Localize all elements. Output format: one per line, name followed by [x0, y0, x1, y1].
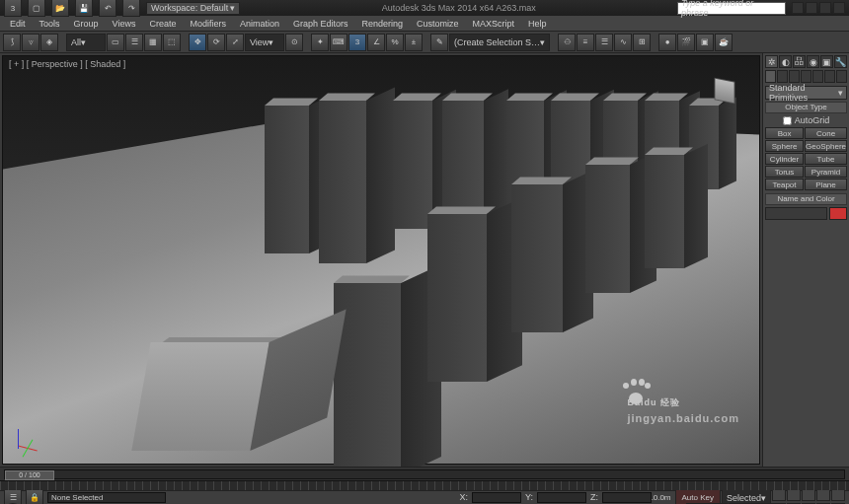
time-slider-bar[interactable]: 0 / 100	[0, 467, 849, 480]
x-spinner[interactable]	[472, 492, 521, 503]
curve-editor-icon[interactable]: ∿	[614, 34, 632, 51]
spinner-snap-icon[interactable]: ±	[405, 34, 423, 51]
close-icon[interactable]	[833, 2, 845, 14]
category-dropdown[interactable]: Standard Primitives▾	[765, 86, 847, 100]
select-rotate-icon[interactable]: ⟳	[207, 34, 225, 51]
align-icon[interactable]: ≡	[577, 34, 594, 51]
select-region-icon[interactable]: ▦	[144, 34, 162, 51]
object-name-input[interactable]	[765, 207, 827, 220]
btn-tube[interactable]: Tube	[805, 153, 847, 165]
window-crossing-icon[interactable]: ⬚	[163, 34, 181, 51]
workspace-selector[interactable]: Workspace: Default ▾	[146, 2, 240, 15]
z-spinner[interactable]	[602, 492, 652, 503]
subtab-lights-icon[interactable]	[789, 70, 800, 83]
goto-end-icon[interactable]	[831, 489, 845, 501]
btn-torus[interactable]: Torus	[765, 166, 804, 178]
menu-views[interactable]: Views	[107, 18, 142, 30]
subtab-geometry-icon[interactable]	[765, 70, 776, 83]
btn-sphere[interactable]: Sphere	[765, 140, 804, 152]
render-icon[interactable]: ☕	[715, 34, 733, 51]
autogrid-checkbox[interactable]: AutoGrid	[765, 115, 847, 125]
y-spinner[interactable]	[537, 492, 586, 503]
open-icon[interactable]: 📂	[51, 0, 69, 17]
tab-modify-icon[interactable]: ◐	[779, 55, 792, 68]
minitrack-open-icon[interactable]: ☰	[4, 489, 22, 505]
tab-motion-icon[interactable]: ◉	[807, 55, 819, 68]
unlink-icon[interactable]: ⟇	[22, 34, 39, 51]
subtab-spacewarps-icon[interactable]	[824, 70, 835, 83]
help-icon[interactable]	[792, 2, 804, 14]
btn-plane[interactable]: Plane	[805, 179, 847, 190]
menu-rendering[interactable]: Rendering	[356, 18, 410, 30]
btn-geosphere[interactable]: GeoSphere	[805, 140, 847, 152]
material-editor-icon[interactable]: ●	[658, 34, 676, 51]
select-move-icon[interactable]: ✥	[189, 34, 206, 51]
btn-cone[interactable]: Cone	[805, 127, 847, 139]
prev-frame-icon[interactable]	[787, 489, 801, 501]
selection-filter[interactable]: All ▾	[66, 34, 106, 51]
viewport-label[interactable]: [ + ] [ Perspective ] [ Shaded ]	[9, 59, 125, 69]
layers-icon[interactable]: ☰	[595, 34, 613, 51]
help-search-input[interactable]: Type a keyword or phrase	[677, 2, 786, 15]
btn-pyramid[interactable]: Pyramid	[805, 166, 847, 178]
subtab-helpers-icon[interactable]	[812, 70, 823, 83]
snap-toggle-icon[interactable]: 3	[348, 34, 366, 51]
subtab-cameras-icon[interactable]	[801, 70, 811, 83]
time-slider[interactable]: 0 / 100	[5, 470, 54, 480]
minimize-icon[interactable]	[806, 2, 817, 14]
mirror-icon[interactable]: ⦵	[558, 34, 576, 51]
angle-snap-icon[interactable]: ∠	[367, 34, 385, 51]
btn-cylinder[interactable]: Cylinder	[765, 153, 804, 165]
viewport-perspective[interactable]: [ + ] [ Perspective ] [ Shaded ] Baidu 经…	[2, 55, 760, 465]
menu-customize[interactable]: Customize	[411, 18, 465, 30]
edit-named-sel-icon[interactable]: ✎	[430, 34, 448, 51]
object-color-swatch[interactable]	[829, 207, 847, 220]
btn-box[interactable]: Box	[765, 127, 804, 139]
next-frame-icon[interactable]	[816, 489, 830, 501]
lock-selection-icon[interactable]: 🔒	[26, 489, 43, 505]
menu-edit[interactable]: Edit	[4, 18, 32, 30]
menu-group[interactable]: Group	[68, 18, 105, 30]
ref-coord-system[interactable]: View ▾	[245, 34, 284, 51]
select-icon[interactable]: ▭	[107, 34, 124, 51]
link-icon[interactable]: ⟆	[3, 34, 21, 51]
workspace-label: Workspace: Default	[151, 3, 228, 13]
play-icon[interactable]	[802, 489, 815, 501]
manipulate-icon[interactable]: ✦	[311, 34, 329, 51]
undo-icon[interactable]: ↶	[99, 0, 116, 17]
subtab-shapes-icon[interactable]	[777, 70, 788, 83]
named-selection-sets[interactable]: (Create Selection S… ▾	[449, 34, 550, 51]
schematic-view-icon[interactable]: ⊞	[633, 34, 651, 51]
tab-create-icon[interactable]: ✲	[765, 55, 778, 68]
render-setup-icon[interactable]: 🎬	[677, 34, 695, 51]
menu-help[interactable]: Help	[522, 18, 553, 30]
tab-hierarchy-icon[interactable]: 品	[793, 55, 806, 68]
pivot-icon[interactable]: ⊙	[285, 34, 303, 51]
menu-grapheditors[interactable]: Graph Editors	[287, 18, 354, 30]
keyboard-shortcut-icon[interactable]: ⌨	[330, 34, 347, 51]
save-icon[interactable]: 💾	[75, 0, 93, 17]
app-icon[interactable]: 3	[4, 0, 22, 17]
menu-maxscript[interactable]: MAXScript	[467, 18, 521, 30]
menu-tools[interactable]: Tools	[34, 18, 66, 30]
menu-create[interactable]: Create	[143, 18, 182, 30]
rollout-name-color[interactable]: Name and Color	[765, 193, 847, 205]
select-scale-icon[interactable]: ⤢	[226, 34, 244, 51]
maximize-icon[interactable]	[819, 2, 831, 14]
tab-utilities-icon[interactable]: 🔧	[834, 55, 847, 68]
menu-animation[interactable]: Animation	[234, 18, 285, 30]
menu-modifiers[interactable]: Modifiers	[184, 18, 232, 30]
subtab-systems-icon[interactable]	[836, 70, 847, 83]
rendered-frame-icon[interactable]: ▣	[696, 34, 714, 51]
viewcube[interactable]	[705, 71, 744, 110]
new-icon[interactable]: ▢	[28, 0, 45, 17]
goto-start-icon[interactable]	[772, 489, 786, 501]
rollout-object-type[interactable]: Object Type	[765, 102, 847, 113]
tab-display-icon[interactable]: ▣	[820, 55, 833, 68]
percent-snap-icon[interactable]: %	[386, 34, 404, 51]
select-name-icon[interactable]: ☰	[125, 34, 143, 51]
redo-icon[interactable]: ↷	[122, 0, 140, 17]
bind-icon[interactable]: ◈	[40, 34, 58, 51]
btn-teapot[interactable]: Teapot	[765, 179, 804, 190]
track-bar[interactable]	[0, 480, 849, 490]
